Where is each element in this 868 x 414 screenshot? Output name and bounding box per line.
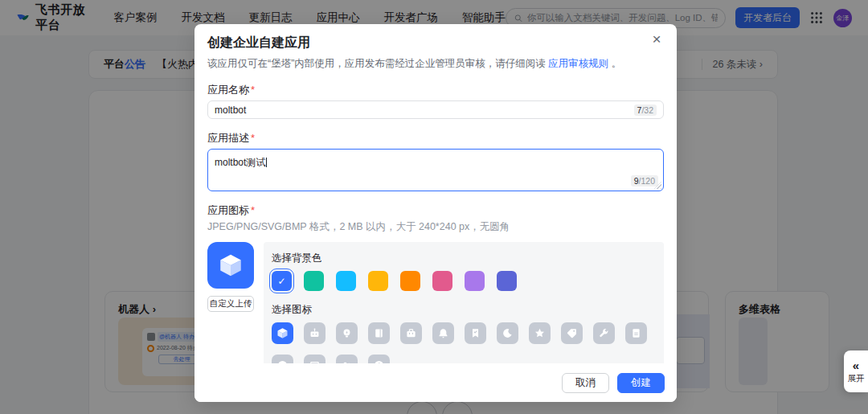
monitor-icon — [308, 359, 321, 363]
app-icon-label: 应用图标* — [207, 203, 664, 218]
pie-chart-icon — [372, 359, 386, 363]
document-icon-tile[interactable] — [625, 322, 647, 344]
color-swatch[interactable] — [400, 271, 420, 291]
users-icon-tile[interactable] — [336, 355, 358, 363]
review-rules-link[interactable]: 应用审核规则 — [548, 58, 608, 69]
color-swatch[interactable]: ✓ — [272, 271, 292, 291]
bg-color-label: 选择背景色 — [272, 252, 656, 265]
color-swatch[interactable] — [497, 271, 517, 291]
moon-icon-tile[interactable] — [497, 322, 518, 344]
pie-chart-icon-tile[interactable] — [368, 355, 390, 363]
wrench-icon-tile[interactable] — [593, 322, 615, 344]
color-swatch[interactable] — [304, 271, 324, 291]
modal-footer: 取消 创建 — [194, 363, 677, 402]
moon-icon — [501, 326, 514, 340]
lightbulb-icon-tile[interactable] — [336, 322, 358, 344]
star-icon — [533, 326, 547, 340]
text-caret — [266, 158, 267, 167]
tag-icon-tile[interactable] — [561, 322, 583, 344]
app-name-label: 应用名称* — [207, 83, 664, 97]
notebook-icon — [372, 326, 386, 340]
cube-icon-tile[interactable] — [272, 322, 293, 344]
briefcase-icon — [404, 326, 418, 340]
document-icon — [629, 326, 643, 340]
wrench-icon — [597, 326, 611, 340]
app-desc-textarea[interactable]: moltbot测试 9/120 — [207, 149, 664, 191]
app-icon-preview — [207, 242, 254, 289]
app-name-input[interactable]: moltbot 7/32 — [207, 100, 664, 119]
color-swatch[interactable] — [465, 271, 485, 291]
bookmark-check-icon — [469, 326, 482, 340]
double-chevron-left-icon: « — [853, 359, 859, 372]
close-icon[interactable]: × — [648, 31, 665, 48]
app-desc-label: 应用描述* — [207, 131, 664, 146]
notebook-icon-tile[interactable] — [368, 322, 390, 344]
cube-icon — [216, 251, 245, 280]
icon-select-label: 选择图标 — [272, 303, 656, 317]
name-char-counter: 7/32 — [634, 105, 657, 116]
icon-picker-panel: 选择背景色 ✓ 选择图标 — [264, 242, 664, 363]
custom-upload-button[interactable]: 自定义上传 — [207, 296, 254, 312]
color-swatches: ✓ — [272, 271, 656, 291]
check-icon: ✓ — [277, 276, 285, 287]
lightbulb-icon — [340, 326, 354, 340]
app-desc-value: moltbot测试 — [215, 157, 265, 168]
expand-panel-tab[interactable]: « 展开 — [844, 350, 868, 392]
modal-subtitle: 该应用仅可在“堡塔”内部使用，应用发布需经过企业管理员审核，请仔细阅读 应用审核… — [207, 56, 664, 71]
desc-char-counter: 9/120 — [631, 175, 658, 187]
create-app-modal: 创建企业自建应用 × 该应用仅可在“堡塔”内部使用，应用发布需经过企业管理员审核… — [194, 24, 677, 402]
color-swatch[interactable] — [432, 271, 452, 291]
color-swatch[interactable] — [336, 271, 356, 291]
modal-title: 创建企业自建应用 — [207, 34, 664, 51]
robot-icon — [308, 326, 321, 340]
bell-icon-tile[interactable] — [432, 322, 454, 344]
monitor-icon-tile[interactable] — [304, 355, 326, 363]
icon-tiles — [272, 322, 656, 363]
icon-format-hint: JPEG/PNG/SVG/BMP 格式，2 MB 以内，大于 240*240 p… — [207, 220, 664, 234]
tag-icon — [565, 326, 579, 340]
screen: 飞书开放平台 客户案例开发文档更新日志应用中心开发者广场智能助手 你可以输入文档… — [0, 0, 868, 414]
app-name-value: moltbot — [215, 105, 634, 116]
star-icon-tile[interactable] — [529, 322, 551, 344]
briefcase-icon-tile[interactable] — [400, 322, 422, 344]
color-swatch[interactable] — [368, 271, 388, 291]
users-icon — [340, 359, 354, 363]
bookmark-check-icon-tile[interactable] — [465, 322, 486, 344]
check-circle-icon — [276, 359, 289, 363]
expand-label: 展开 — [848, 373, 865, 383]
create-button[interactable]: 创建 — [617, 373, 665, 393]
robot-icon-tile[interactable] — [304, 322, 326, 344]
check-circle-icon-tile[interactable] — [272, 355, 293, 363]
bell-icon — [436, 326, 450, 340]
cancel-button[interactable]: 取消 — [562, 373, 609, 393]
cube-icon — [276, 326, 289, 340]
